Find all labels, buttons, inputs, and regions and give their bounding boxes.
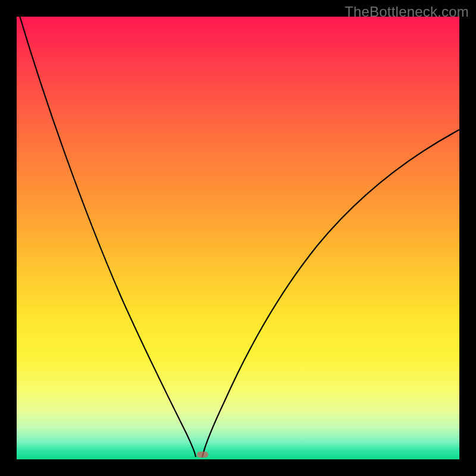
curve-right-branch (202, 130, 459, 458)
plot-area (17, 17, 459, 459)
optimum-marker (197, 452, 208, 458)
bottleneck-curve (17, 17, 459, 459)
curve-left-branch (17, 17, 196, 457)
chart-frame: TheBottleneck.com (0, 0, 476, 476)
